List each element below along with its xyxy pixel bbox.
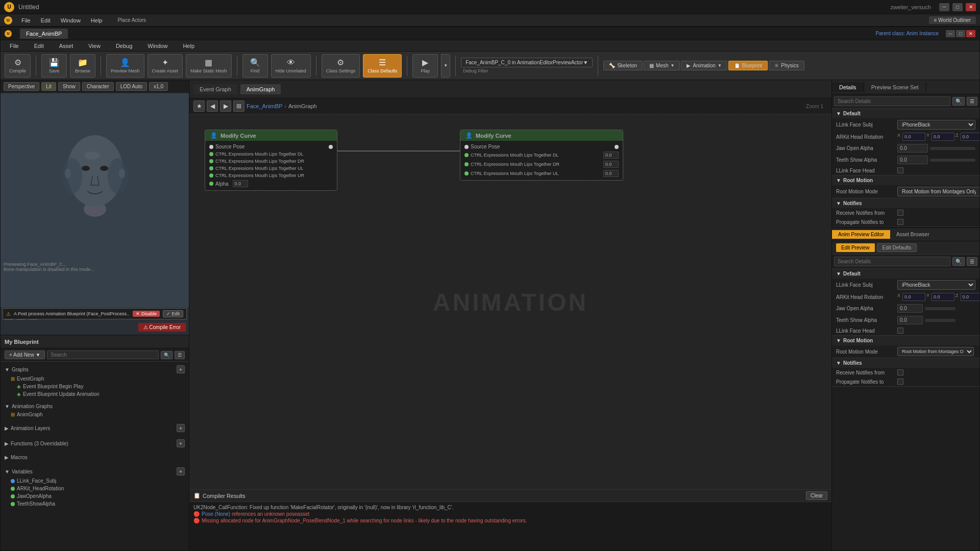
graph-canvas[interactable]: 👤 Modify Curve Source Pose CTRL [189, 114, 831, 489]
inner-max-btn[interactable]: □ [956, 30, 965, 37]
clear-btn[interactable]: Clear [806, 491, 827, 500]
bp-search-btn[interactable]: 🔍 [161, 351, 173, 359]
inner-menu-view[interactable]: View [83, 42, 106, 50]
b-arkit-z[interactable] [961, 293, 979, 301]
lod-btn[interactable]: LOD Auto [116, 82, 147, 91]
alpha-input-left[interactable] [233, 180, 248, 187]
add-new-btn[interactable]: + Add New ▼ [5, 350, 45, 359]
variables-header[interactable]: ▼ Variables + [1, 466, 189, 477]
asset-browser-tab[interactable]: Asset Browser [890, 230, 935, 239]
arkit-z-input[interactable] [961, 133, 979, 141]
mesh-tab[interactable]: ▦ Mesh ▼ [644, 61, 680, 70]
compile-error-btn[interactable]: ⚠ Compile Error [138, 323, 186, 332]
anim-graph-item[interactable]: ⊞ AnimGraph [1, 411, 189, 418]
propagate-notifies-checkbox[interactable] [897, 219, 903, 225]
inner-menu-window[interactable]: Window [142, 42, 173, 50]
details-view-btn[interactable]: ☰ [967, 97, 977, 106]
root-motion-mode-dropdown[interactable]: Root Motion from Montages Only [897, 187, 979, 196]
b-jaw-input[interactable] [897, 304, 923, 313]
notifies-header[interactable]: ▼ Notifies [832, 198, 979, 208]
preview-mesh-btn[interactable]: 👤 Preview Mesh [106, 54, 144, 78]
class-settings-btn[interactable]: ⚙ Class Settings [322, 54, 360, 78]
face-animbp-tab[interactable]: Face_AnimBP [20, 29, 68, 39]
make-static-mesh-btn[interactable]: ▦ Make Static Mesh [186, 54, 232, 78]
details-tab[interactable]: Details [832, 82, 864, 92]
bottom-default-header[interactable]: ▼ Default [832, 269, 979, 279]
graphs-add-btn[interactable]: + [177, 365, 185, 373]
event-update[interactable]: ◈ Event Blueprint Update Animation [1, 390, 189, 398]
forward-nav-btn[interactable]: ▶ [220, 101, 231, 112]
edit-btn[interactable]: ✓ Edit [163, 310, 183, 317]
event-graph-tab[interactable]: Event Graph [193, 84, 237, 94]
inner-min-btn[interactable]: ─ [946, 30, 955, 37]
bottom-view-btn[interactable]: ☰ [967, 257, 977, 266]
play-arrow-btn[interactable]: ▼ [441, 54, 450, 78]
b-receive-checkbox[interactable] [897, 369, 903, 375]
skeleton-tab[interactable]: 🦴 Skeleton [603, 61, 643, 70]
blueprint-tab[interactable]: 📋 Blueprint [728, 61, 768, 70]
menu-help[interactable]: Help [86, 16, 108, 24]
var-arkit[interactable]: ARKit_HeadRotation [1, 485, 189, 492]
browse-btn[interactable]: 📁 Browse [70, 54, 95, 78]
maximize-btn[interactable]: □ [952, 3, 963, 11]
bookmark-btn[interactable]: ★ [193, 101, 205, 112]
var-llink[interactable]: LLink_Face_Subj [1, 477, 189, 485]
play-btn[interactable]: ▶ Play [412, 54, 438, 78]
lit-btn[interactable]: Lit [41, 82, 56, 91]
functions-add-btn[interactable]: + [177, 439, 185, 447]
world-outliner-btn[interactable]: ≡ World Outliner [929, 16, 976, 24]
anim-layers-header[interactable]: ▶ Animation Layers + [1, 422, 189, 434]
menu-file[interactable]: File [16, 16, 36, 24]
breadcrumb-root[interactable]: Face_AnimBP [247, 103, 282, 109]
var-teeth[interactable]: TeethShowAlpha [1, 500, 189, 508]
x1-btn[interactable]: x1,0 [149, 82, 168, 91]
b-root-mode-dropdown[interactable]: Root Motion from Montages Only [897, 347, 974, 356]
jaw-open-input[interactable] [897, 144, 928, 153]
anim-graphs-header[interactable]: ▼ Animation Graphs [1, 402, 189, 411]
root-motion-header[interactable]: ▼ Root Motion [832, 176, 979, 185]
blueprint-search[interactable] [47, 350, 159, 359]
inner-menu-asset[interactable]: Asset [54, 42, 79, 50]
preview-scene-tab[interactable]: Preview Scene Set [864, 82, 926, 92]
functions-header[interactable]: ▶ Functions (3 Overridable) + [1, 438, 189, 449]
b-teeth-input[interactable] [897, 316, 923, 324]
anim-graph-tab[interactable]: AnimGraph [240, 84, 281, 94]
hide-unrelated-btn[interactable]: 👁 Hide Unrelated [271, 54, 311, 78]
edit-preview-btn[interactable]: Edit Preview [836, 243, 875, 252]
physics-tab[interactable]: ⚛ Physics [769, 61, 804, 70]
r-curve-val-3[interactable] [603, 170, 619, 177]
minimize-btn[interactable]: ─ [939, 3, 949, 11]
b-arkit-y[interactable] [932, 293, 954, 301]
b-llink-dropdown[interactable]: iPhoneBlack [897, 280, 975, 290]
find-btn[interactable]: 🔍 Find [242, 54, 268, 78]
b-root-motion-header[interactable]: ▼ Root Motion [832, 336, 979, 345]
compile-btn[interactable]: ⚙ Compile [5, 54, 31, 78]
var-jaw[interactable]: JawOpenAlpha [1, 492, 189, 500]
edit-defaults-btn[interactable]: Edit Defaults [877, 243, 917, 252]
inner-menu-debug[interactable]: Debug [111, 42, 137, 50]
anim-preview-editor-tab[interactable]: Anim Preview Editor [832, 230, 890, 239]
inner-close-btn[interactable]: ✕ [966, 30, 975, 37]
create-asset-btn[interactable]: ✦ Create Asset [148, 54, 183, 78]
save-btn[interactable]: 💾 Save [41, 54, 67, 78]
r-curve-val-1[interactable] [603, 152, 619, 159]
inner-menu-file[interactable]: File [5, 42, 24, 50]
back-nav-btn[interactable]: ◀ [207, 101, 218, 112]
class-defaults-btn[interactable]: ☰ Class Defaults [363, 54, 402, 78]
b-arkit-x[interactable] [902, 293, 925, 301]
character-btn[interactable]: Character [82, 82, 114, 91]
inner-menu-edit[interactable]: Edit [29, 42, 49, 50]
disable-btn[interactable]: ✕ Disable [133, 311, 160, 317]
bp-filter-btn[interactable]: ☰ [175, 351, 185, 359]
pose-link[interactable]: Pose (None) [202, 511, 230, 517]
event-graph-item[interactable]: ⊞ EventGraph [1, 375, 189, 383]
inner-menu-help[interactable]: Help [178, 42, 200, 50]
details-search-btn[interactable]: 🔍 [952, 97, 965, 106]
details-search-input[interactable] [834, 96, 950, 106]
variables-add-btn[interactable]: + [177, 467, 185, 475]
arkit-x-input[interactable] [902, 133, 925, 141]
animation-tab[interactable]: ▶ Animation ▼ [681, 61, 727, 70]
perspective-btn[interactable]: Perspective [4, 82, 39, 91]
macros-header[interactable]: ▶ Macros [1, 453, 189, 462]
b-llink-head-checkbox[interactable] [897, 328, 903, 334]
